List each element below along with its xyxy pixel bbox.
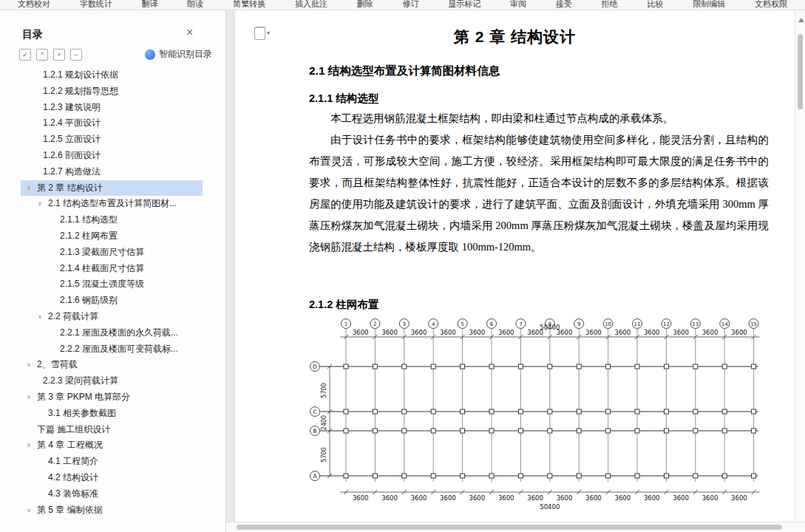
svg-text:3600: 3600 xyxy=(498,329,514,336)
toc-item[interactable]: 2.1.1 结构选型 xyxy=(21,212,203,228)
toc-check-icon[interactable]: ✓ xyxy=(19,49,31,61)
svg-text:3600: 3600 xyxy=(585,329,602,336)
toolbar-item[interactable]: 插入批注 xyxy=(295,0,327,10)
svg-text:5700: 5700 xyxy=(321,383,327,398)
svg-text:3600: 3600 xyxy=(644,329,660,336)
toc-item[interactable]: ∨第 4 章 工程概况 xyxy=(21,437,203,454)
svg-text:3600: 3600 xyxy=(673,494,689,502)
svg-text:50400: 50400 xyxy=(540,503,560,511)
chevron-down-icon[interactable]: ∨ xyxy=(38,309,42,325)
toc-item[interactable]: 2.2.1 屋面及楼面的永久荷载... xyxy=(21,325,203,341)
svg-text:B: B xyxy=(313,428,316,434)
toc-item-label: 4.3 装饰标准 xyxy=(48,488,98,499)
toolbar-item[interactable]: 显示标记 xyxy=(448,0,480,10)
toc-item[interactable]: ∨第 2 章 结构设计 xyxy=(21,180,203,197)
chevron-down-icon[interactable]: ∨ xyxy=(38,196,42,212)
svg-text:2: 2 xyxy=(373,321,376,327)
toc-item[interactable]: 2.1.3 梁截面尺寸估算 xyxy=(21,245,203,261)
toc-item[interactable]: 4.1 工程简介 xyxy=(21,454,203,470)
toc-item[interactable]: 1.2.1 规划设计依据 xyxy=(21,67,203,83)
svg-text:3600: 3600 xyxy=(498,494,514,502)
svg-text:3600: 3600 xyxy=(702,494,719,502)
svg-text:3600: 3600 xyxy=(381,494,398,502)
toc-item-label: 4.1 工程简介 xyxy=(48,456,98,466)
toc-item[interactable]: 1.2.3 建筑说明 xyxy=(21,100,203,116)
document-page[interactable]: ▾ 第 2 章 结构设计 2.1 结构选型布置及计算简图材料信息 2.1.1 结… xyxy=(235,10,795,522)
toolbar-item[interactable]: 接受 xyxy=(556,0,572,10)
toolbar-item[interactable]: 删除 xyxy=(357,0,373,10)
toc-item[interactable]: 2.2.2 屋面及楼面可变荷载标... xyxy=(21,341,203,358)
toolbar-item[interactable]: 审阅 xyxy=(510,0,526,10)
toc-item[interactable]: 1.2.6 剖面设计 xyxy=(21,148,203,164)
toc-item[interactable]: ∨2、雪荷载 xyxy=(21,357,203,373)
toc-item-label: 2.1.2 柱网布置 xyxy=(60,231,118,241)
review-toolbar: 文档校对字数统计翻译朗读简繁转换插入批注删除修订显示标记审阅接受拒绝比较限制编辑… xyxy=(0,0,805,10)
horizontal-scrollbar-thumb[interactable] xyxy=(237,525,782,530)
svg-text:15: 15 xyxy=(750,321,757,327)
smart-toc-button[interactable]: 智能识别目录 xyxy=(145,48,212,61)
close-icon[interactable]: × xyxy=(186,27,193,38)
toc-item[interactable]: ∨第 3 章 PKPM 电算部分 xyxy=(21,389,203,406)
toc-item[interactable]: 4.3 装饰标准 xyxy=(21,486,203,502)
toc-item[interactable]: 2.1.5 混凝土强度等级 xyxy=(21,276,203,293)
toc-item-label: 4.2 结构设计 xyxy=(48,472,98,482)
toc-item[interactable]: 2.1.4 柱截面尺寸估算 xyxy=(21,261,203,277)
svg-text:C: C xyxy=(313,409,316,415)
vertical-scrollbar[interactable] xyxy=(795,10,805,522)
toc-item[interactable]: 4.2 结构设计 xyxy=(21,470,203,486)
toc-item-label: 第 5 章 编制依据 xyxy=(37,505,103,515)
toc-title: 目录 xyxy=(22,28,43,41)
toolbar-item[interactable]: 拒绝 xyxy=(602,0,618,10)
toc-item-label: 1.2.2 规划指导思想 xyxy=(43,86,118,96)
toc-collapse-icon[interactable]: ^ xyxy=(36,49,48,61)
svg-text:3600: 3600 xyxy=(469,494,485,502)
toc-item[interactable]: 3.1 相关参数截图 xyxy=(21,406,203,422)
toc-item[interactable]: 1.2.5 立面设计 xyxy=(21,132,203,148)
toc-item[interactable]: 1.2.4 平面设计 xyxy=(21,115,203,132)
toc-item[interactable]: 2.2.3 梁间荷载计算 xyxy=(21,373,203,389)
toc-item[interactable]: ∨2.2 荷载计算 xyxy=(21,309,203,325)
toc-item[interactable]: ∨2.1 结构选型布置及计算简图材... xyxy=(21,196,203,212)
toc-expand-all-icon[interactable]: + xyxy=(53,49,65,61)
toolbar-item[interactable]: 翻译 xyxy=(142,0,158,10)
toc-item-label: 1.2.3 建筑说明 xyxy=(43,102,101,112)
chevron-down-icon[interactable]: ∨ xyxy=(27,389,31,406)
toc-item[interactable]: 2.1.2 柱网布置 xyxy=(21,228,203,245)
svg-text:3600: 3600 xyxy=(353,494,369,502)
svg-text:50400: 50400 xyxy=(540,324,560,331)
toc-item[interactable]: 下篇 施工组织设计 xyxy=(21,422,203,438)
toc-panel: 目录 × ✓^+− 智能识别目录 1.2.1 规划设计依据1.2.2 规划指导思… xyxy=(0,10,226,532)
chevron-down-icon[interactable]: ∨ xyxy=(27,357,31,373)
toc-item[interactable]: 1.2.7 构造做法 xyxy=(21,164,203,180)
vertical-scrollbar-thumb[interactable] xyxy=(798,34,803,109)
toc-item[interactable]: 2.1.6 钢筋级别 xyxy=(21,293,203,309)
toc-item-label: 下篇 施工组织设计 xyxy=(37,424,110,434)
toolbar-item[interactable]: 文档校对 xyxy=(18,0,50,10)
toolbar-item[interactable]: 修订 xyxy=(402,0,418,10)
chevron-down-icon[interactable]: ∨ xyxy=(27,502,31,519)
toolbar-item[interactable]: 字数统计 xyxy=(80,0,112,10)
toc-collapse-all-icon[interactable]: − xyxy=(70,49,82,61)
scroll-up-icon[interactable] xyxy=(798,18,804,22)
chevron-down-icon[interactable]: ∨ xyxy=(27,437,31,454)
toc-item-label: 第 4 章 工程概况 xyxy=(37,440,103,450)
subsection-heading-2-1-2: 2.1.2 柱网布置 xyxy=(309,298,378,312)
smart-toc-label: 智能识别目录 xyxy=(159,48,212,61)
svg-text:3600: 3600 xyxy=(614,494,631,502)
toolbar-item[interactable]: 比较 xyxy=(647,0,663,10)
toc-item[interactable]: ∨第 5 章 编制依据 xyxy=(21,502,203,519)
svg-text:13: 13 xyxy=(692,321,699,327)
svg-text:3600: 3600 xyxy=(411,329,427,336)
svg-text:3600: 3600 xyxy=(557,494,573,502)
toolbar-item[interactable]: 限制编辑 xyxy=(693,0,725,10)
toc-item[interactable]: 1.2.2 规划指导思想 xyxy=(21,83,203,100)
toolbar-item[interactable]: 文档权限 xyxy=(755,0,787,10)
svg-text:12: 12 xyxy=(663,321,670,327)
toolbar-item[interactable]: 朗读 xyxy=(187,0,203,10)
toolbar-item[interactable]: 简繁转换 xyxy=(233,0,265,10)
svg-text:14: 14 xyxy=(721,321,728,327)
horizontal-scrollbar[interactable] xyxy=(226,522,805,532)
body-paragraph-2: 由于设计任务书中的要求，框架结构能够使建筑物使用空间多样化，能灵活分割，且结构的… xyxy=(309,129,769,258)
smart-toc-icon xyxy=(145,50,155,60)
chevron-down-icon[interactable]: ∨ xyxy=(27,180,31,197)
